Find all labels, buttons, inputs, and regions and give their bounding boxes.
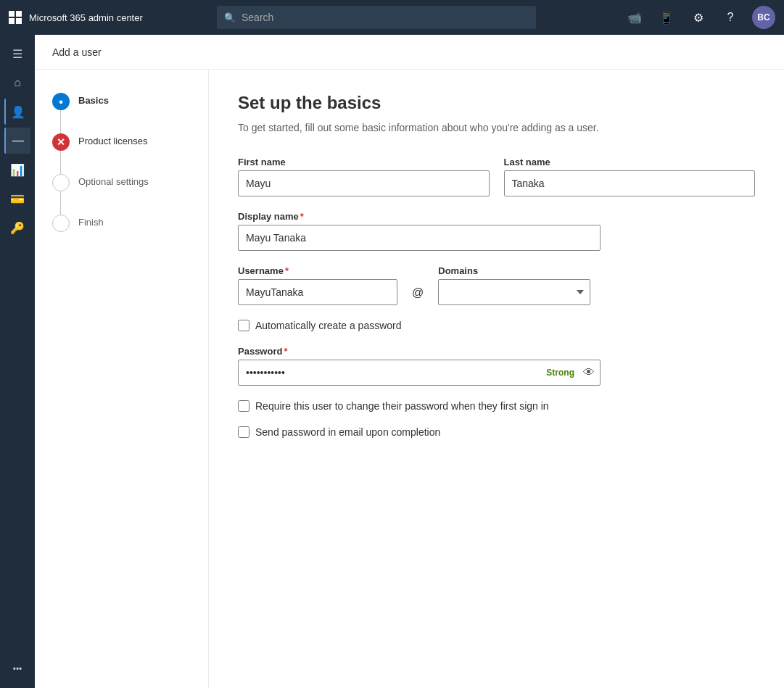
last-name-label: Last name (504, 157, 756, 167)
topbar-actions: 📹 📱 ⚙ ? BC (624, 6, 775, 29)
main-area: Add a user ● Basics ✕ Product licenses O… (35, 35, 784, 688)
step-optional-settings: Optional settings (52, 174, 191, 191)
avatar[interactable]: BC (752, 6, 775, 29)
step-circle-product-licenses: ✕ (52, 133, 70, 151)
search-icon: 🔍 (224, 12, 236, 23)
display-name-label: Display name* (238, 211, 755, 222)
auto-password-row: Automatically create a password (238, 320, 755, 331)
first-name-label: First name (238, 157, 490, 167)
username-domains-row: Username* @ Domains (238, 265, 755, 305)
step-circle-basics: ● (52, 93, 70, 110)
sidebar-item-analytics[interactable]: 📊 (4, 157, 30, 183)
at-symbol: @ (412, 286, 424, 305)
topbar: Microsoft 365 admin center 🔍 📹 📱 ⚙ ? BC (0, 0, 784, 35)
waffle-icon[interactable] (9, 11, 22, 24)
domain-select[interactable] (438, 279, 590, 305)
step-label-optional-settings: Optional settings (78, 174, 149, 187)
step-label-basics: Basics (78, 93, 109, 106)
username-group: Username* (238, 265, 397, 305)
domains-group: Domains (438, 265, 590, 305)
video-button[interactable]: 📹 (624, 7, 645, 28)
step-product-licenses: ✕ Product licenses (52, 133, 191, 151)
send-password-label[interactable]: Send password in email upon completion (255, 426, 440, 438)
form-title: Set up the basics (238, 93, 755, 113)
app-logo: Microsoft 365 admin center (9, 11, 168, 24)
main-layout: ☰ ⌂ 👤 — 📊 💳 🔑 ••• Add a user ● Basics ✕ … (0, 35, 784, 688)
display-name-input[interactable] (238, 225, 601, 251)
auto-password-label[interactable]: Automatically create a password (255, 320, 402, 331)
search-box[interactable]: 🔍 (217, 6, 536, 29)
require-change-checkbox[interactable] (238, 400, 249, 412)
name-row: First name Last name (238, 157, 755, 196)
first-name-input[interactable] (238, 170, 490, 196)
sidebar-item-users[interactable]: 👤 (4, 99, 30, 125)
step-circle-optional-settings (52, 174, 70, 191)
username-input[interactable] (238, 279, 397, 305)
sidebar-item-menu[interactable]: ☰ (4, 41, 30, 67)
username-label: Username* (238, 265, 397, 276)
step-label-product-licenses: Product licenses (78, 133, 147, 146)
sidebar-item-active[interactable]: — (4, 128, 30, 154)
display-name-group: Display name* (238, 211, 755, 251)
password-group: Password* Strong 👁 (238, 346, 601, 386)
first-name-group: First name (238, 157, 490, 196)
password-label: Password* (238, 346, 601, 357)
form-panel: Set up the basics To get started, fill o… (209, 70, 784, 688)
last-name-input[interactable] (504, 170, 756, 196)
last-name-group: Last name (504, 157, 756, 196)
password-wrapper: Strong 👁 (238, 360, 601, 386)
send-password-row: Send password in email upon completion (238, 426, 755, 438)
breadcrumb: Add a user (52, 46, 102, 58)
send-password-checkbox[interactable] (238, 426, 249, 438)
breadcrumb-bar: Add a user (35, 35, 784, 70)
password-strength: Strong (546, 368, 574, 378)
settings-button[interactable]: ⚙ (688, 7, 709, 28)
sidebar: ☰ ⌂ 👤 — 📊 💳 🔑 ••• (0, 35, 35, 688)
password-toggle-button[interactable]: 👁 (583, 366, 595, 379)
require-change-label[interactable]: Require this user to change their passwo… (255, 400, 549, 412)
sidebar-item-settings[interactable]: 🔑 (4, 215, 30, 241)
help-button[interactable]: ? (720, 7, 740, 28)
app-title: Microsoft 365 admin center (29, 12, 143, 23)
search-input[interactable] (242, 12, 529, 23)
sidebar-item-home[interactable]: ⌂ (4, 70, 30, 96)
auto-password-checkbox[interactable] (238, 320, 249, 331)
step-basics: ● Basics (52, 93, 191, 110)
step-circle-finish (52, 215, 70, 232)
content-area: ● Basics ✕ Product licenses Optional set… (35, 70, 784, 688)
sidebar-item-billing[interactable]: 💳 (4, 186, 30, 212)
step-label-finish: Finish (78, 215, 104, 228)
form-description: To get started, fill out some basic info… (238, 122, 755, 133)
domains-label: Domains (438, 265, 590, 276)
sidebar-item-more[interactable]: ••• (4, 656, 30, 682)
mobile-button[interactable]: 📱 (656, 7, 677, 28)
steps-panel: ● Basics ✕ Product licenses Optional set… (35, 70, 209, 688)
step-finish: Finish (52, 215, 191, 232)
require-change-row: Require this user to change their passwo… (238, 400, 755, 412)
